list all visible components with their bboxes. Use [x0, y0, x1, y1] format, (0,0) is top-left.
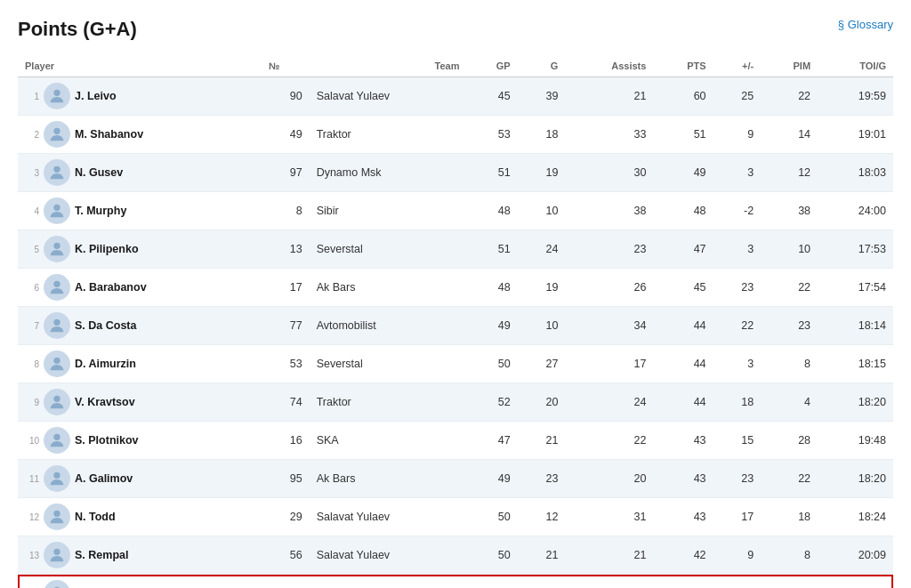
- table-row: 12 N. Todd 29Salavat Yulaev5012314317181…: [18, 498, 893, 536]
- table-row: 4 T. Murphy 8Sibir48103848-23824:00: [18, 192, 893, 230]
- player-name[interactable]: T. Murphy: [75, 205, 126, 217]
- stat-gp: 50: [466, 536, 517, 575]
- table-row: 5 K. Pilipenko 13Severstal5124234731017:…: [18, 230, 893, 269]
- stat-goals: 10: [518, 307, 566, 345]
- stat-plusminus: 25: [713, 77, 762, 116]
- stat-pts: 51: [653, 116, 713, 154]
- glossary-link[interactable]: § Glossary: [838, 18, 893, 31]
- player-cell: 12 N. Todd: [18, 498, 262, 536]
- jersey-number: 77: [262, 307, 310, 345]
- rank-number: 3: [25, 168, 39, 178]
- svg-point-8: [53, 396, 60, 402]
- stat-pim: 22: [761, 269, 818, 307]
- stat-pim: 8: [761, 345, 818, 383]
- stats-table: Player№TeamGPGAssistsPTS+/-PIMTOI/G 1 J.…: [18, 55, 893, 588]
- stat-goals: 12: [518, 498, 566, 536]
- stat-plusminus: 18: [713, 383, 762, 422]
- stat-plusminus: 9: [713, 116, 762, 154]
- table-row: 1 J. Leivo 90Salavat Yulaev4539216025221…: [18, 77, 893, 116]
- player-name[interactable]: D. Aimurzin: [75, 358, 136, 370]
- jersey-number: 53: [262, 345, 310, 383]
- player-name[interactable]: V. Kravtsov: [75, 396, 135, 408]
- player-name[interactable]: N. Todd: [75, 511, 116, 523]
- player-name[interactable]: S. Plotnikov: [75, 434, 139, 447]
- stat-assists: 38: [565, 192, 653, 230]
- col-header--: №: [262, 55, 310, 77]
- stat-pim: 12: [761, 154, 818, 192]
- stat-gp: 53: [466, 116, 517, 154]
- stat-assists: 17: [565, 345, 653, 383]
- stat-pim: 16: [761, 575, 818, 589]
- stat-gp: 49: [466, 460, 517, 498]
- jersey-number: 29: [262, 498, 310, 536]
- player-cell: 2 M. Shabanov: [18, 116, 262, 154]
- stat-plusminus: 3: [713, 345, 762, 383]
- svg-point-6: [53, 319, 60, 326]
- stat-goals: 10: [518, 192, 566, 230]
- stat-assists: 22: [565, 422, 653, 460]
- stat-gp: 50: [466, 575, 517, 589]
- stat-assists: 26: [565, 269, 653, 307]
- player-name[interactable]: A. Barabanov: [75, 281, 147, 294]
- stat-gp: 47: [466, 422, 517, 460]
- svg-point-1: [53, 128, 60, 134]
- jersey-number: 90: [262, 77, 310, 116]
- stat-goals: 27: [518, 345, 566, 383]
- stat-gp: 48: [466, 192, 517, 230]
- rank-number: 2: [25, 130, 39, 140]
- table-row: 14 I. Demidov 91SKA50192342221612:58: [18, 575, 893, 589]
- stat-pim: 22: [761, 77, 818, 116]
- rank-number: 9: [25, 398, 39, 407]
- stat-toi: 18:20: [818, 383, 893, 422]
- stat-plusminus: 3: [713, 230, 762, 269]
- stat-gp: 50: [466, 345, 517, 383]
- player-name[interactable]: S. Da Costa: [75, 319, 136, 332]
- player-name[interactable]: K. Pilipenko: [75, 243, 139, 255]
- stat-plusminus: 23: [713, 269, 762, 307]
- svg-point-7: [53, 358, 60, 364]
- col-header-pim: PIM: [761, 55, 818, 77]
- player-cell: 14 I. Demidov: [18, 575, 262, 589]
- avatar: [44, 542, 70, 568]
- stat-plusminus: 17: [713, 498, 762, 536]
- svg-point-9: [53, 434, 60, 440]
- avatar: [44, 236, 70, 262]
- player-name[interactable]: A. Galimov: [75, 472, 133, 485]
- avatar: [44, 350, 70, 377]
- stat-plusminus: 22: [713, 575, 762, 589]
- stat-toi: 17:54: [818, 269, 893, 307]
- stat-goals: 19: [518, 269, 566, 307]
- team-name: Traktor: [310, 383, 467, 422]
- avatar: [44, 389, 70, 415]
- stat-assists: 33: [565, 116, 653, 154]
- team-name: Dynamo Msk: [310, 154, 467, 192]
- rank-number: 6: [25, 283, 39, 293]
- stat-pts: 44: [653, 383, 713, 422]
- player-name[interactable]: N. Gusev: [75, 166, 123, 179]
- player-cell: 11 A. Galimov: [18, 460, 262, 498]
- jersey-number: 16: [262, 422, 310, 460]
- table-row: 13 S. Rempal 56Salavat Yulaev50212142982…: [18, 536, 893, 575]
- stat-pts: 48: [653, 192, 713, 230]
- player-name[interactable]: S. Rempal: [75, 549, 128, 561]
- jersey-number: 49: [262, 116, 310, 154]
- stat-assists: 21: [565, 536, 653, 575]
- team-name: Traktor: [310, 116, 467, 154]
- stat-pim: 8: [761, 536, 818, 575]
- stat-assists: 34: [565, 307, 653, 345]
- player-name[interactable]: J. Leivo: [75, 90, 117, 102]
- stat-goals: 39: [518, 77, 566, 116]
- player-name[interactable]: M. Shabanov: [75, 128, 143, 141]
- svg-point-11: [53, 511, 60, 517]
- avatar: [44, 274, 70, 301]
- table-row: 11 A. Galimov 95Ak Bars49232043232218:20: [18, 460, 893, 498]
- page-title: Points (G+A): [18, 18, 893, 41]
- jersey-number: 13: [262, 230, 310, 269]
- stat-gp: 51: [466, 230, 517, 269]
- stat-goals: 24: [518, 230, 566, 269]
- player-cell: 13 S. Rempal: [18, 536, 262, 575]
- table-row: 10 S. Plotnikov 16SKA47212243152819:48: [18, 422, 893, 460]
- stat-pts: 44: [653, 345, 713, 383]
- stat-assists: 20: [565, 460, 653, 498]
- stat-gp: 51: [466, 154, 517, 192]
